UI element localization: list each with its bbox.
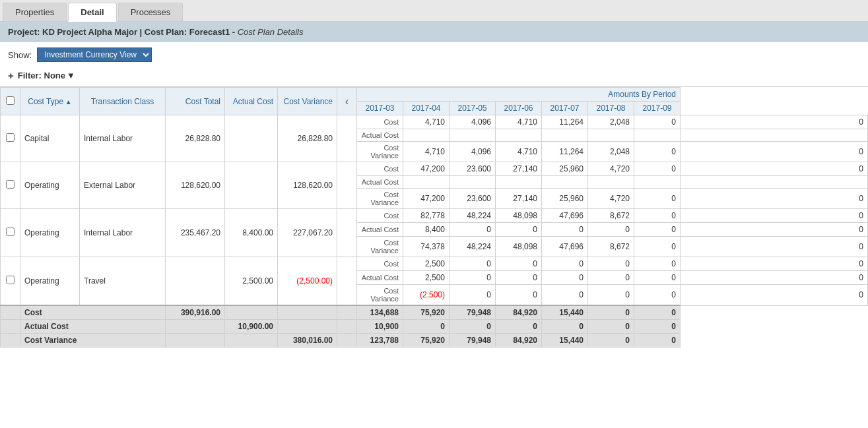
th-select-all[interactable] xyxy=(1,88,20,115)
total-actual-period-0: 10,900 xyxy=(357,320,403,334)
row-3-sub-1-period-3: 0 xyxy=(542,271,588,285)
tab-processes[interactable]: Processes xyxy=(118,3,184,21)
row-2-sub-0-period-5: 0 xyxy=(634,209,681,223)
row-3-sub-2-period-4: 0 xyxy=(588,285,634,306)
row-0-sub-2-period-4: 2,048 xyxy=(588,142,634,162)
filter-add-button[interactable]: + xyxy=(8,70,14,81)
row-1-sub-0-period-4: 4,720 xyxy=(588,162,634,176)
row-1-sub-1-period-3 xyxy=(542,176,588,189)
tab-detail[interactable]: Detail xyxy=(68,3,116,22)
row-2-checkbox-cell[interactable] xyxy=(1,209,20,257)
show-label: Show: xyxy=(8,50,32,60)
row-1-sub-2-period-4: 4,720 xyxy=(588,189,634,209)
row-1-checkbox-cell[interactable] xyxy=(1,162,20,209)
row-1-cost-type: Operating xyxy=(20,162,80,209)
row-0-cost-total: 26,828.80 xyxy=(166,115,225,162)
row-0-checkbox-cell[interactable] xyxy=(1,115,20,162)
row-3-sub-1-period-5: 0 xyxy=(634,271,681,285)
total-cost-period-5: 0 xyxy=(588,305,634,320)
row-1-sub-2-period-0: 47,200 xyxy=(403,189,450,209)
row-0-sub-1-period-5 xyxy=(634,129,681,142)
row-2-sub-1-period-1: 0 xyxy=(450,223,496,237)
select-all-checkbox[interactable] xyxy=(6,96,15,105)
row-0-sub-0-period-1: 4,096 xyxy=(450,115,496,129)
filter-label: Filter: None xyxy=(18,71,65,80)
row-2-sub-0-period-4: 8,672 xyxy=(588,209,634,223)
th-period-2017-07: 2017-07 xyxy=(542,102,588,115)
row-1-nav-spacer xyxy=(337,162,357,209)
row-0-sub-0-period-4: 2,048 xyxy=(588,115,634,129)
total-cost-nav xyxy=(337,305,357,320)
th-actual-cost[interactable]: Actual Cost xyxy=(225,88,278,115)
row-2-checkbox[interactable] xyxy=(6,228,15,236)
row-2-sub-2-period-6: 0 xyxy=(681,237,868,257)
row-2-nav-spacer xyxy=(337,209,357,257)
th-period-2017-05: 2017-05 xyxy=(450,102,496,115)
row-0-sub-0-period-2: 4,710 xyxy=(496,115,542,129)
filter-dropdown[interactable]: Filter: None ▼ xyxy=(18,71,75,80)
currency-view-select[interactable]: Investment Currency View xyxy=(37,47,152,62)
project-title: Project: KD Project Alpha Major | Cost P… xyxy=(0,22,868,42)
row-1-sub-0-period-0: 47,200 xyxy=(403,162,450,176)
row-2-sub-0-period-0: 82,778 xyxy=(403,209,450,223)
row-0-sub-2-label: Cost Variance xyxy=(357,142,403,162)
row-2-sub-0-label: Cost xyxy=(357,209,403,223)
th-period-2017-09: 2017-09 xyxy=(634,102,681,115)
row-0-cost-type: Capital xyxy=(20,115,80,162)
row-0-sub-1-period-4 xyxy=(588,129,634,142)
row-1-sub-0-label: Cost xyxy=(357,162,403,176)
row-3-checkbox[interactable] xyxy=(6,276,15,284)
total-cv-actual xyxy=(225,334,278,348)
row-2-sub-1-period-2: 0 xyxy=(496,223,542,237)
total-cost-period-6: 0 xyxy=(634,305,681,320)
row-2-sub-1-label: Actual Cost xyxy=(357,223,403,237)
row-1-checkbox[interactable] xyxy=(6,180,15,189)
row-2-sub-0-period-1: 48,224 xyxy=(450,209,496,223)
total-cost-period-1: 75,920 xyxy=(403,305,450,320)
table-row: CapitalInternal Labor26,828.8026,828.80C… xyxy=(1,115,868,129)
tabs-bar: Properties Detail Processes xyxy=(0,0,868,22)
row-1-sub-1-period-1 xyxy=(450,176,496,189)
th-cost-variance[interactable]: Cost Variance xyxy=(278,88,337,115)
total-cv-nav xyxy=(337,334,357,348)
table-row: OperatingExternal Labor128,620.00128,620… xyxy=(1,162,868,176)
row-0-sub-0-period-5: 0 xyxy=(634,115,681,129)
filter-chevron-icon[interactable]: ▼ xyxy=(67,71,75,80)
th-transaction-class[interactable]: Transaction Class xyxy=(80,88,166,115)
total-actual-period-3: 0 xyxy=(496,320,542,334)
row-0-sub-1-period-6 xyxy=(681,129,868,142)
th-cost-type[interactable]: Cost Type xyxy=(20,88,80,115)
row-1-sub-1-period-0 xyxy=(403,176,450,189)
total-cv-cost-total xyxy=(166,334,225,348)
th-cost-total[interactable]: Cost Total xyxy=(166,88,225,115)
total-cost-actual xyxy=(225,305,278,320)
row-2-sub-0-period-2: 48,098 xyxy=(496,209,542,223)
row-0-sub-1-period-1 xyxy=(450,129,496,142)
row-1-sub-2-period-6: 0 xyxy=(681,189,868,209)
row-1-sub-2-period-5: 0 xyxy=(634,189,681,209)
row-3-sub-1-period-4: 0 xyxy=(588,271,634,285)
row-0-sub-2-period-3: 11,264 xyxy=(542,142,588,162)
row-3-sub-1-label: Actual Cost xyxy=(357,271,403,285)
row-3-sub-0-period-3: 0 xyxy=(542,257,588,271)
row-0-checkbox[interactable] xyxy=(6,133,15,142)
nav-left-button[interactable]: ‹ xyxy=(345,96,349,107)
th-amounts-by-period: Amounts By Period xyxy=(357,88,681,102)
row-1-sub-1-period-6 xyxy=(681,176,868,189)
row-2-sub-2-period-4: 8,672 xyxy=(588,237,634,257)
total-cost-period-4: 15,440 xyxy=(542,305,588,320)
row-0-sub-0-period-0: 4,710 xyxy=(403,115,450,129)
tab-properties[interactable]: Properties xyxy=(3,3,67,21)
row-2-actual-cost: 8,400.00 xyxy=(225,209,278,257)
row-3-checkbox-cell[interactable] xyxy=(1,257,20,306)
row-3-sub-0-period-5: 0 xyxy=(634,257,681,271)
row-1-sub-2-label: Cost Variance xyxy=(357,189,403,209)
row-2-sub-0-period-3: 47,696 xyxy=(542,209,588,223)
total-actual-label: Actual Cost xyxy=(20,320,166,334)
th-nav[interactable]: ‹ xyxy=(337,88,357,115)
total-cv-period-6: 0 xyxy=(634,334,681,348)
total-actual-period-4: 0 xyxy=(542,320,588,334)
row-2-cost-type: Operating xyxy=(20,209,80,257)
row-3-sub-2-period-2: 0 xyxy=(496,285,542,306)
total-cv-variance: 380,016.00 xyxy=(278,334,337,348)
